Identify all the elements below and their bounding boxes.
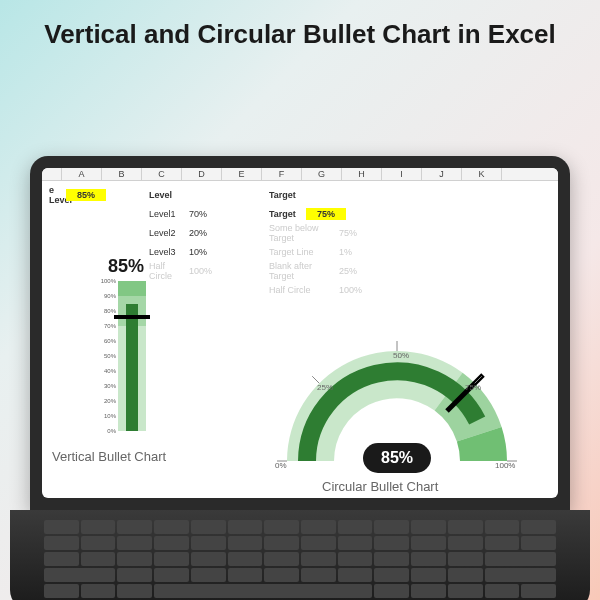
axis-tick: 20% (82, 398, 116, 404)
target-value-highlight[interactable]: 75% (306, 208, 346, 220)
table-row: Level1 70% Target 75% (46, 207, 554, 221)
level-value[interactable]: 20% (186, 227, 226, 239)
laptop-keyboard-base (10, 510, 590, 600)
faded-label[interactable]: Blank after Target (266, 260, 336, 282)
axis-tick: 100% (82, 278, 116, 284)
col-header[interactable]: D (182, 168, 222, 180)
axis-tick: 40% (82, 368, 116, 374)
vbc-plot: 0% 10% 20% 30% 40% 50% 60% 70% 80% 90% 1… (118, 281, 146, 431)
axis-tick: 10% (82, 413, 116, 419)
faded-label[interactable]: Some below Target (266, 222, 336, 244)
faded-value[interactable]: 100% (336, 284, 376, 296)
axis-tick: 50% (393, 351, 409, 360)
level-name[interactable]: Level2 (146, 227, 186, 239)
col-header[interactable]: I (382, 168, 422, 180)
faded-label[interactable]: Half Circle (266, 284, 336, 296)
col-header[interactable]: C (142, 168, 182, 180)
faded-value[interactable]: 75% (336, 227, 376, 239)
cell-value-highlight[interactable]: 85% (66, 189, 106, 201)
col-header[interactable]: E (222, 168, 262, 180)
faded-value[interactable]: 100% (186, 265, 226, 277)
faded-label[interactable]: Target Line (266, 246, 336, 258)
table-row: Level2 20% Some below Target 75% (46, 221, 554, 245)
row-header-corner (42, 168, 62, 180)
axis-tick: 70% (82, 323, 116, 329)
vbc-value-label: 85% (76, 256, 176, 277)
excel-content: e Level 85% Level Target Level1 70% (42, 181, 558, 498)
faded-value[interactable]: 25% (336, 265, 376, 277)
vbc-band-3 (118, 281, 146, 296)
col-header[interactable]: K (462, 168, 502, 180)
table-row: e Level 85% Level Target (46, 183, 554, 207)
col-header[interactable]: A (62, 168, 102, 180)
vbc-axis: 0% 10% 20% 30% 40% 50% 60% 70% 80% 90% 1… (82, 281, 116, 431)
faded-value[interactable]: 1% (336, 246, 376, 258)
col-header[interactable]: B (102, 168, 142, 180)
vbc-target-marker (114, 315, 150, 319)
vbc-title: Vertical Bullet Chart (52, 449, 166, 464)
circular-bullet-chart: 0% 25% 50% 75% 100% 85% (247, 311, 547, 481)
axis-tick: 30% (82, 383, 116, 389)
cbc-value-badge: 85% (363, 443, 431, 473)
axis-tick: 0% (82, 428, 116, 434)
cell-label[interactable]: e Level (46, 184, 66, 206)
vbc-actual-bar (126, 304, 138, 432)
target-header[interactable]: Target (266, 189, 306, 201)
axis-tick: 60% (82, 338, 116, 344)
axis-tick: 75% (465, 383, 481, 392)
level-value[interactable]: 70% (186, 208, 226, 220)
vertical-bullet-chart: 85% 0% 10% 20% 30% 40% 50% (76, 256, 176, 431)
col-header[interactable]: H (342, 168, 382, 180)
page-title: Vertical and Circular Bullet Chart in Ex… (0, 0, 600, 62)
laptop-mockup: A B C D E F G H I J K e Level 85% Le (30, 156, 570, 600)
level-value[interactable]: 10% (186, 246, 226, 258)
column-header-row: A B C D E F G H I J K (42, 168, 558, 181)
col-header[interactable]: G (302, 168, 342, 180)
keyboard (40, 516, 560, 600)
axis-tick: 25% (317, 383, 333, 392)
axis-tick: 50% (82, 353, 116, 359)
axis-tick: 0% (275, 461, 287, 470)
level-name[interactable]: Level1 (146, 208, 186, 220)
axis-tick: 80% (82, 308, 116, 314)
axis-tick: 90% (82, 293, 116, 299)
level-header[interactable]: Level (146, 189, 186, 201)
screen-frame: A B C D E F G H I J K e Level 85% Le (30, 156, 570, 510)
cbc-title: Circular Bullet Chart (322, 479, 438, 494)
col-header[interactable]: J (422, 168, 462, 180)
target-label[interactable]: Target (266, 208, 306, 220)
col-header[interactable]: F (262, 168, 302, 180)
excel-screen: A B C D E F G H I J K e Level 85% Le (42, 168, 558, 498)
axis-tick: 100% (495, 461, 515, 470)
